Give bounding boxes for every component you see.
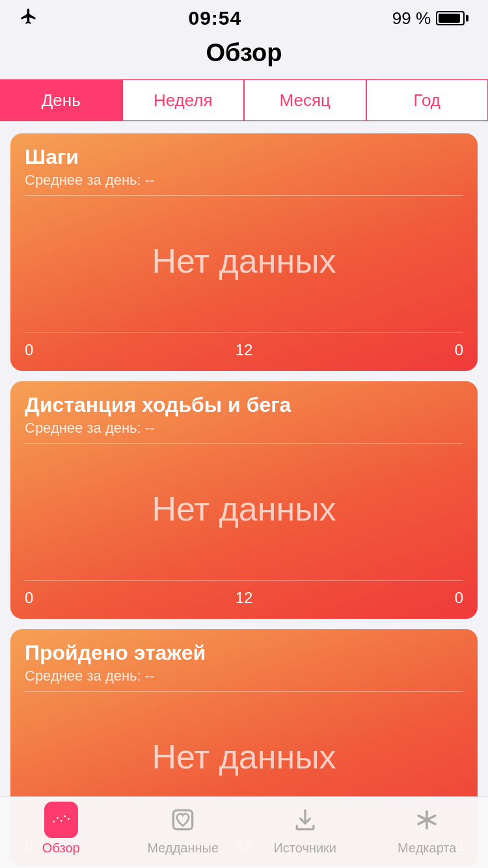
bottom-tab-medcard-label: Медкарта — [398, 841, 456, 856]
svg-point-3 — [63, 815, 66, 817]
bottom-tab-overview-label: Обзор — [42, 841, 80, 856]
steps-axis-right: 0 — [455, 341, 463, 359]
download-icon — [288, 803, 322, 837]
bottom-tabbar: Обзор Медданные Источники — [0, 796, 488, 868]
period-tabs: День Неделя Месяц Год — [0, 79, 488, 121]
page-header: Обзор — [0, 33, 488, 79]
distance-axis-left: 0 — [25, 589, 33, 607]
tab-month[interactable]: Месяц — [244, 79, 366, 121]
battery-percent: 99 % — [392, 8, 431, 29]
floors-no-data: Нет данных — [152, 737, 336, 776]
page-title: Обзор — [0, 39, 488, 67]
distance-subtitle: Среднее за день: -- — [25, 420, 463, 437]
floors-card-header: Пройдено этажей Среднее за день: -- — [10, 629, 478, 691]
svg-point-4 — [67, 817, 70, 820]
steps-footer: 0 12 0 — [10, 326, 478, 371]
bottom-tab-meddata[interactable]: Медданные — [141, 803, 225, 856]
bottom-tab-medcard[interactable]: Медкарта — [385, 803, 469, 856]
distance-card[interactable]: Дистанция ходьбы и бега Среднее за день:… — [10, 381, 478, 619]
status-bar: 09:54 99 % — [0, 0, 488, 33]
distance-axis-right: 0 — [455, 589, 463, 607]
steps-subtitle: Среднее за день: -- — [25, 172, 463, 189]
bottom-tab-sources[interactable]: Источники — [263, 803, 347, 856]
bottom-tab-meddata-label: Медданные — [147, 841, 219, 856]
steps-axis: 0 12 0 — [25, 341, 463, 359]
svg-point-1 — [56, 817, 59, 819]
tab-year[interactable]: Год — [366, 79, 489, 121]
distance-card-header: Дистанция ходьбы и бега Среднее за день:… — [10, 381, 478, 443]
tab-week[interactable]: Неделя — [122, 79, 245, 121]
distance-footer: 0 12 0 — [10, 574, 478, 619]
battery-icon — [436, 11, 468, 25]
floors-title: Пройдено этажей — [25, 641, 463, 665]
steps-card-header: Шаги Среднее за день: -- — [10, 133, 478, 195]
bottom-tab-overview[interactable]: Обзор — [19, 803, 103, 856]
steps-axis-left: 0 — [25, 341, 33, 359]
floors-subtitle: Среднее за день: -- — [25, 668, 463, 685]
distance-axis: 0 12 0 — [25, 589, 463, 607]
main-content: Шаги Среднее за день: -- Нет данных 0 12… — [0, 122, 488, 868]
bottom-tab-sources-label: Источники — [273, 841, 336, 856]
steps-chart-area: Нет данных — [10, 196, 478, 326]
distance-axis-middle: 12 — [236, 589, 253, 607]
steps-card[interactable]: Шаги Среднее за день: -- Нет данных 0 12… — [10, 133, 478, 371]
status-time: 09:54 — [189, 7, 242, 29]
svg-point-0 — [52, 821, 55, 823]
distance-chart-area: Нет данных — [10, 444, 478, 574]
distance-title: Дистанция ходьбы и бега — [25, 393, 463, 417]
tabs-container: День Неделя Месяц Год — [0, 79, 488, 122]
status-right: 99 % — [392, 8, 468, 29]
steps-axis-middle: 12 — [236, 341, 253, 359]
distance-no-data: Нет данных — [152, 489, 336, 528]
tab-day[interactable]: День — [0, 79, 122, 121]
asterisk-icon — [410, 803, 444, 837]
svg-point-2 — [60, 819, 62, 822]
steps-title: Шаги — [25, 145, 463, 169]
heart-icon — [166, 803, 200, 837]
chart-icon — [44, 803, 78, 837]
steps-no-data: Нет данных — [152, 241, 336, 280]
airplane-icon — [20, 7, 38, 30]
